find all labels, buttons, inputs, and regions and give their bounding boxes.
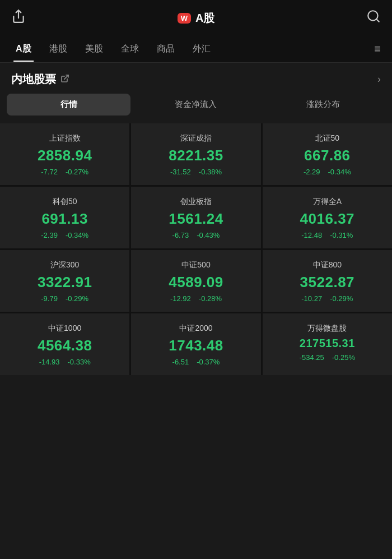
- cell-change2-wdqa: -0.31%: [330, 231, 353, 239]
- cell-value-shanghai: 2858.94: [38, 147, 92, 164]
- cell-changes-zz2000: -6.51 -0.37%: [172, 358, 220, 366]
- sub-tabs: 行情 资金净流入 涨跌分布: [0, 94, 392, 123]
- grid-cell-zz800[interactable]: 中证800 3522.87 -10.27 -0.29%: [263, 250, 392, 312]
- cell-value-cyb: 1561.24: [169, 210, 223, 228]
- sub-tab-market[interactable]: 行情: [7, 94, 130, 116]
- cell-change1-zz800: -10.27: [301, 294, 322, 303]
- sub-tab-fund-flow[interactable]: 资金净流入: [134, 94, 258, 116]
- section-arrow[interactable]: ›: [377, 73, 381, 85]
- cell-change2-zz2000: -0.37%: [197, 358, 220, 366]
- grid-cell-wdqa[interactable]: 万得全A 4016.37 -12.48 -0.31%: [263, 187, 392, 248]
- cell-value-kc50: 691.13: [41, 210, 88, 228]
- cell-changes-zz800: -10.27 -0.29%: [301, 294, 353, 303]
- section-header: 内地股票 ›: [0, 63, 392, 94]
- cell-value-shenzhen: 8221.35: [169, 147, 223, 164]
- cell-changes-kc50: -2.39 -0.34%: [41, 231, 88, 239]
- cell-name-zz800: 中证800: [313, 260, 342, 270]
- cell-changes-wdqa: -12.48 -0.31%: [301, 231, 353, 239]
- nav-more-button[interactable]: ≡: [370, 38, 385, 60]
- grid-cell-wdwp[interactable]: 万得微盘股 217515.31 -534.25 -0.25%: [263, 313, 392, 375]
- cell-change2-cyb: -0.43%: [197, 231, 220, 239]
- cell-change2-kc50: -0.34%: [66, 231, 88, 239]
- nav-item-global[interactable]: 全球: [112, 36, 148, 62]
- cell-changes-bj50: -2.29 -0.34%: [304, 168, 351, 176]
- cell-change2-hs300: -0.29%: [66, 294, 88, 303]
- cell-changes-hs300: -9.79 -0.29%: [41, 294, 88, 303]
- nav-bar: A股 港股 美股 全球 商品 外汇 ≡: [0, 36, 392, 63]
- section-title-text: 内地股票: [11, 72, 56, 87]
- cell-name-shenzhen: 深证成指: [180, 133, 212, 144]
- grid-cell-cyb[interactable]: 创业板指 1561.24 -6.73 -0.43%: [131, 187, 260, 248]
- cell-value-zz1000: 4564.38: [38, 337, 92, 354]
- cell-name-zz1000: 中证1000: [48, 324, 81, 334]
- cell-change1-zz500: -12.92: [170, 294, 191, 303]
- nav-item-a-shares[interactable]: A股: [7, 36, 40, 62]
- cell-change1-wdqa: -12.48: [301, 231, 322, 239]
- svg-line-2: [376, 19, 379, 22]
- cell-value-wdwp: 217515.31: [300, 337, 355, 350]
- cell-change1-shenzhen: -31.52: [170, 168, 191, 176]
- grid-cell-zz2000[interactable]: 中证2000 1743.48 -6.51 -0.37%: [131, 313, 260, 375]
- nav-item-hk-shares[interactable]: 港股: [40, 36, 76, 62]
- cell-change1-wdwp: -534.25: [300, 353, 324, 362]
- section-title-container: 内地股票: [11, 72, 69, 87]
- grid-cell-bj50[interactable]: 北证50 667.86 -2.29 -0.34%: [263, 123, 392, 185]
- cell-change2-zz500: -0.28%: [199, 294, 222, 303]
- cell-change1-shanghai: -7.72: [41, 168, 58, 176]
- sub-tab-distribution[interactable]: 涨跌分布: [262, 94, 385, 116]
- cell-value-wdqa: 4016.37: [300, 210, 354, 228]
- search-icon[interactable]: [366, 9, 381, 27]
- grid-cell-kc50[interactable]: 科创50 691.13 -2.39 -0.34%: [0, 187, 129, 248]
- cell-name-wdqa: 万得全A: [313, 197, 342, 207]
- cell-change2-zz1000: -0.33%: [68, 358, 91, 366]
- header-title: W A股: [178, 11, 215, 26]
- page-title: A股: [195, 11, 214, 26]
- cell-change2-zz800: -0.29%: [330, 294, 353, 303]
- header: W A股: [0, 0, 392, 36]
- cell-change1-cyb: -6.73: [172, 231, 189, 239]
- cell-change1-zz1000: -14.93: [39, 358, 60, 366]
- nav-item-forex[interactable]: 外汇: [184, 36, 220, 62]
- cell-value-bj50: 667.86: [304, 147, 351, 164]
- cell-change2-wdwp: -0.25%: [332, 353, 355, 362]
- cell-change2-shanghai: -0.27%: [66, 168, 88, 176]
- cell-changes-wdwp: -534.25 -0.25%: [300, 353, 355, 362]
- cell-change1-hs300: -9.79: [41, 294, 58, 303]
- cell-change1-bj50: -2.29: [304, 168, 320, 176]
- grid-cell-zz500[interactable]: 中证500 4589.09 -12.92 -0.28%: [131, 250, 260, 312]
- grid-cell-hs300[interactable]: 沪深300 3322.91 -9.79 -0.29%: [0, 250, 129, 312]
- cell-name-shanghai: 上证指数: [49, 133, 81, 144]
- cell-value-zz500: 4589.09: [169, 274, 223, 291]
- cell-changes-cyb: -6.73 -0.43%: [172, 231, 220, 239]
- cell-value-zz800: 3522.87: [300, 274, 354, 291]
- cell-name-cyb: 创业板指: [180, 197, 212, 207]
- svg-line-3: [64, 75, 68, 79]
- app-badge: W: [178, 13, 191, 24]
- index-grid: 上证指数 2858.94 -7.72 -0.27% 深证成指 8221.35 -…: [0, 123, 392, 375]
- cell-name-zz500: 中证500: [181, 260, 210, 270]
- cell-change1-kc50: -2.39: [41, 231, 58, 239]
- cell-name-kc50: 科创50: [53, 197, 77, 207]
- nav-item-commodities[interactable]: 商品: [148, 36, 184, 62]
- section-link-icon[interactable]: [60, 74, 69, 85]
- cell-name-wdwp: 万得微盘股: [307, 324, 347, 334]
- cell-name-hs300: 沪深300: [50, 260, 79, 270]
- grid-cell-shenzhen[interactable]: 深证成指 8221.35 -31.52 -0.38%: [131, 123, 260, 185]
- grid-cell-zz1000[interactable]: 中证1000 4564.38 -14.93 -0.33%: [0, 313, 129, 375]
- cell-change1-zz2000: -6.51: [172, 358, 189, 366]
- cell-changes-zz1000: -14.93 -0.33%: [39, 358, 91, 366]
- grid-cell-shanghai[interactable]: 上证指数 2858.94 -7.72 -0.27%: [0, 123, 129, 185]
- cell-changes-shenzhen: -31.52 -0.38%: [170, 168, 222, 176]
- cell-value-hs300: 3322.91: [38, 274, 92, 291]
- nav-item-us-shares[interactable]: 美股: [76, 36, 112, 62]
- cell-changes-shanghai: -7.72 -0.27%: [41, 168, 88, 176]
- share-icon[interactable]: [11, 9, 26, 27]
- cell-change2-shenzhen: -0.38%: [199, 168, 222, 176]
- cell-change2-bj50: -0.34%: [328, 168, 351, 176]
- cell-value-zz2000: 1743.48: [169, 337, 223, 354]
- cell-changes-zz500: -12.92 -0.28%: [170, 294, 222, 303]
- cell-name-zz2000: 中证2000: [179, 324, 212, 334]
- cell-name-bj50: 北证50: [315, 133, 340, 144]
